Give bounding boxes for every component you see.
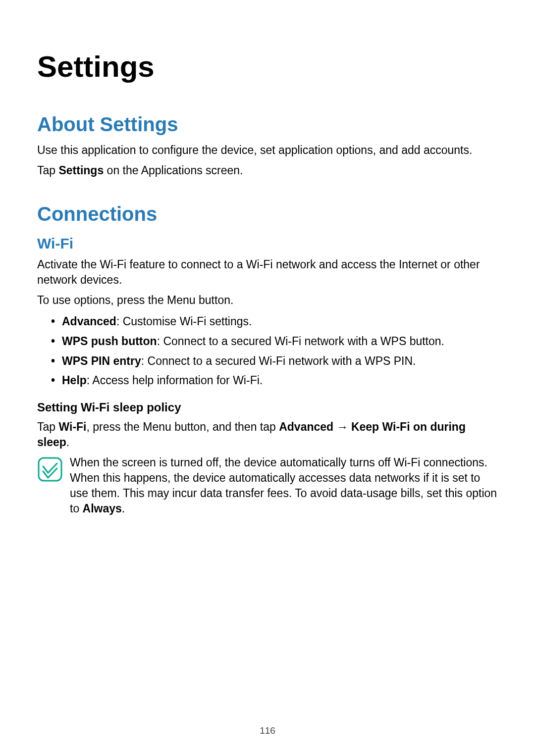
list-item: Advanced: Customise Wi-Fi settings.: [51, 313, 498, 331]
page-title: Settings: [37, 50, 498, 84]
about-p2: Tap Settings on the Applications screen.: [37, 163, 498, 178]
about-p2-post: on the Applications screen.: [104, 164, 243, 177]
sleep-line-pre: Tap: [37, 420, 58, 433]
wifi-p1: Activate the Wi-Fi feature to connect to…: [37, 257, 498, 288]
wifi-sleep-line: Tap Wi-Fi, press the Menu button, and th…: [37, 419, 498, 450]
option-rest: : Connect to a secured Wi-Fi network wit…: [157, 335, 444, 348]
sleep-line-arrow: →: [333, 420, 351, 433]
note-post: .: [122, 502, 125, 515]
option-bold: WPS PIN entry: [62, 354, 141, 367]
wifi-options-list: Advanced: Customise Wi-Fi settings. WPS …: [37, 313, 498, 390]
option-bold: Help: [62, 374, 87, 387]
note-bold: Always: [83, 502, 122, 515]
heading-connections: Connections: [37, 203, 498, 225]
page-number: 116: [0, 725, 535, 736]
list-item: WPS PIN entry: Connect to a secured Wi-F…: [51, 353, 498, 370]
sleep-line-b1: Wi-Fi: [58, 420, 86, 433]
list-item: Help: Access help information for Wi-Fi.: [51, 372, 498, 390]
note-body: When the screen is turned off, the devic…: [70, 456, 497, 515]
option-bold: WPS push button: [62, 335, 157, 348]
heading-wifi-sleep-policy: Setting Wi-Fi sleep policy: [37, 401, 498, 414]
sleep-line-b2: Advanced: [279, 420, 333, 433]
option-rest: : Customise Wi-Fi settings.: [116, 315, 252, 328]
sleep-line-post: .: [66, 436, 69, 449]
about-p2-pre: Tap: [37, 164, 58, 177]
option-bold: Advanced: [62, 315, 116, 328]
list-item: WPS push button: Connect to a secured Wi…: [51, 333, 498, 351]
note-row: When the screen is turned off, the devic…: [37, 455, 498, 516]
wifi-p2: To use options, press the Menu button.: [37, 293, 498, 308]
heading-wifi: Wi-Fi: [37, 235, 498, 252]
about-p2-bold: Settings: [58, 164, 104, 177]
sleep-line-mid1: , press the Menu button, and then tap: [86, 420, 279, 433]
option-rest: : Access help information for Wi-Fi.: [87, 374, 263, 387]
page: Settings About Settings Use this applica…: [0, 0, 535, 756]
svg-rect-0: [39, 458, 61, 481]
about-p1: Use this application to configure the de…: [37, 143, 498, 158]
note-text: When the screen is turned off, the devic…: [70, 455, 498, 516]
heading-about-settings: About Settings: [37, 113, 498, 136]
option-rest: : Connect to a secured Wi-Fi network wit…: [141, 354, 416, 367]
note-icon: [37, 456, 63, 482]
